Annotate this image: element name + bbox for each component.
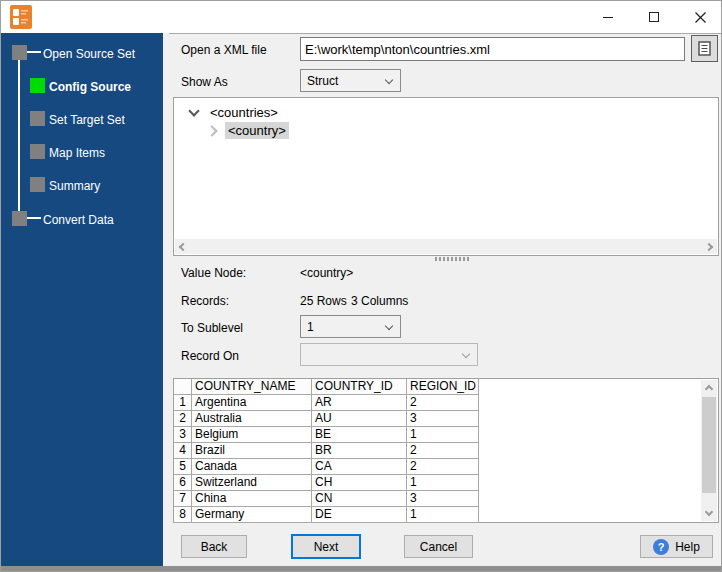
row-number: 5: [174, 459, 192, 475]
caption-buttons: [585, 1, 722, 33]
panel-top-border: [169, 33, 722, 34]
table-row[interactable]: 8 Germany DE 1: [174, 507, 479, 523]
sidebar-item-convert-data[interactable]: Convert Data: [43, 213, 114, 227]
table-row[interactable]: 7 China CN 3: [174, 491, 479, 507]
step-box-config-source[interactable]: [30, 78, 45, 93]
tree-node-countries[interactable]: <countries>: [207, 104, 281, 121]
cell-country-name[interactable]: Argentina: [192, 395, 312, 411]
step-box-summary[interactable]: [30, 177, 45, 192]
cell-country-name[interactable]: Germany: [192, 507, 312, 523]
file-label: Open a XML file: [181, 43, 267, 57]
step-box-open-source-set[interactable]: [12, 45, 27, 60]
sidebar-item-open-source-set[interactable]: Open Source Set: [43, 47, 135, 61]
to-sublevel-select[interactable]: 1: [300, 315, 401, 338]
wizard-steps-sidebar: Open Source Set Config Source Set Target…: [1, 33, 163, 568]
row-number: 7: [174, 491, 192, 507]
table-row[interactable]: 5 Canada CA 2: [174, 459, 479, 475]
app-icon: [10, 5, 32, 29]
browse-document-icon: [698, 41, 711, 56]
cell-country-name[interactable]: China: [192, 491, 312, 507]
step-box-set-target-set[interactable]: [30, 111, 45, 126]
column-header-country-id[interactable]: COUNTRY_ID: [312, 379, 407, 395]
maximize-icon: [649, 12, 659, 22]
tree-horizontal-scrollbar[interactable]: [175, 239, 717, 254]
scroll-up-icon[interactable]: [705, 385, 713, 393]
value-node-label: Value Node:: [181, 266, 246, 280]
splitter-handle[interactable]: [435, 257, 471, 261]
cell-region-id[interactable]: 3: [407, 411, 479, 427]
row-number: 8: [174, 507, 192, 523]
help-icon: ?: [653, 539, 669, 555]
column-header-country-name[interactable]: COUNTRY_NAME: [192, 379, 312, 395]
row-number: 2: [174, 411, 192, 427]
record-on-select[interactable]: [300, 343, 478, 366]
tree-node-country[interactable]: <country>: [225, 122, 289, 139]
scroll-left-icon[interactable]: [179, 242, 187, 250]
show-as-select[interactable]: Struct: [300, 69, 401, 92]
xml-structure-tree[interactable]: <countries> <country>: [173, 97, 719, 256]
sidebar-item-summary[interactable]: Summary: [49, 179, 100, 193]
cell-country-name[interactable]: Belgium: [192, 427, 312, 443]
table-row[interactable]: 6 Switzerland CH 1: [174, 475, 479, 491]
cell-region-id[interactable]: 2: [407, 459, 479, 475]
table-row[interactable]: 1 Argentina AR 2: [174, 395, 479, 411]
cell-country-name[interactable]: Australia: [192, 411, 312, 427]
cell-country-id[interactable]: BE: [312, 427, 407, 443]
cell-region-id[interactable]: 2: [407, 443, 479, 459]
sidebar-item-map-items[interactable]: Map Items: [49, 146, 105, 160]
help-button[interactable]: ? Help: [640, 535, 713, 558]
browse-button[interactable]: [691, 35, 718, 62]
cell-region-id[interactable]: 1: [407, 507, 479, 523]
close-button[interactable]: [677, 1, 722, 33]
to-sublevel-value: 1: [307, 320, 314, 334]
tree-collapsed-icon[interactable]: [206, 125, 217, 136]
xml-file-input[interactable]: [300, 37, 685, 61]
step-box-map-items[interactable]: [30, 144, 45, 159]
show-as-label: Show As: [181, 75, 228, 89]
column-header-region-id[interactable]: REGION_ID: [407, 379, 479, 395]
table-row[interactable]: 2 Australia AU 3: [174, 411, 479, 427]
to-sublevel-label: To Sublevel: [181, 321, 243, 335]
preview-data-grid: COUNTRY_NAME COUNTRY_ID REGION_ID 1 Arge…: [173, 378, 719, 523]
table-row[interactable]: 4 Brazil BR 2: [174, 443, 479, 459]
step-stub-top: [27, 51, 41, 53]
sidebar-item-config-source[interactable]: Config Source: [49, 80, 131, 94]
scrollbar-thumb[interactable]: [702, 397, 716, 493]
minimize-icon: [603, 17, 613, 18]
grid-header-row: COUNTRY_NAME COUNTRY_ID REGION_ID: [174, 379, 479, 395]
grid-vertical-scrollbar[interactable]: [701, 380, 717, 521]
cell-country-id[interactable]: BR: [312, 443, 407, 459]
records-columns-value: 3 Columns: [351, 294, 408, 308]
chevron-down-icon: [462, 350, 470, 358]
value-node-value: <country>: [300, 266, 353, 280]
minimize-button[interactable]: [585, 1, 631, 33]
sidebar-item-set-target-set[interactable]: Set Target Set: [49, 113, 125, 127]
cell-region-id[interactable]: 2: [407, 395, 479, 411]
cell-region-id[interactable]: 1: [407, 427, 479, 443]
show-as-value: Struct: [307, 74, 338, 88]
cell-country-name[interactable]: Brazil: [192, 443, 312, 459]
chevron-down-icon: [385, 322, 393, 330]
cell-region-id[interactable]: 3: [407, 491, 479, 507]
cell-region-id[interactable]: 1: [407, 475, 479, 491]
cell-country-id[interactable]: CH: [312, 475, 407, 491]
table-row[interactable]: 3 Belgium BE 1: [174, 427, 479, 443]
cell-country-id[interactable]: AU: [312, 411, 407, 427]
cell-country-name[interactable]: Switzerland: [192, 475, 312, 491]
cancel-button[interactable]: Cancel: [404, 535, 473, 558]
step-box-convert-data[interactable]: [12, 211, 27, 226]
row-number: 6: [174, 475, 192, 491]
cell-country-id[interactable]: CN: [312, 491, 407, 507]
scroll-down-icon[interactable]: [705, 508, 713, 516]
back-button[interactable]: Back: [181, 535, 247, 558]
next-button[interactable]: Next: [291, 534, 361, 559]
scroll-right-icon[interactable]: [705, 242, 713, 250]
records-label: Records:: [181, 294, 229, 308]
help-button-label: Help: [675, 540, 700, 554]
maximize-button[interactable]: [631, 1, 677, 33]
cell-country-id[interactable]: AR: [312, 395, 407, 411]
tree-expanded-icon[interactable]: [188, 105, 199, 116]
cell-country-id[interactable]: CA: [312, 459, 407, 475]
cell-country-id[interactable]: DE: [312, 507, 407, 523]
cell-country-name[interactable]: Canada: [192, 459, 312, 475]
